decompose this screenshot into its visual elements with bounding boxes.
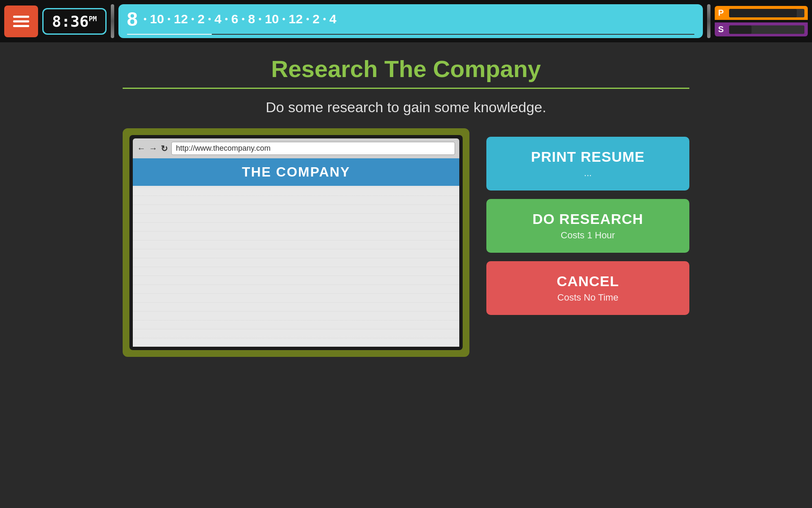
p-stat-row: P bbox=[715, 6, 808, 20]
print-resume-subtitle: ... bbox=[584, 168, 592, 179]
dot: • bbox=[208, 14, 211, 24]
t10: 4 bbox=[329, 12, 337, 26]
s-bar-fill bbox=[729, 25, 752, 34]
dot: • bbox=[323, 14, 326, 24]
do-research-subtitle: Costs 1 Hour bbox=[561, 230, 615, 241]
p-label: P bbox=[718, 8, 727, 18]
subtitle: Do some research to gain some knowledge. bbox=[266, 99, 546, 116]
timeline-progress bbox=[127, 34, 212, 35]
dot: • bbox=[167, 14, 170, 24]
timeline-track bbox=[127, 34, 694, 35]
dot: • bbox=[225, 14, 228, 24]
browser-frame: ← → ↻ http://www.thecompany.com THE COMP… bbox=[129, 135, 463, 350]
t1: 10 bbox=[150, 12, 164, 26]
content-area: ← → ↻ http://www.thecompany.com THE COMP… bbox=[123, 128, 689, 357]
menu-button[interactable] bbox=[4, 6, 38, 37]
top-bar: 8:36PM 8 • 10 • 12 • 2 • 4 • 6 • 8 • 10 … bbox=[0, 0, 812, 42]
timeline: 8 • 10 • 12 • 2 • 4 • 6 • 8 • 10 • 12 • … bbox=[118, 4, 703, 38]
t4: 4 bbox=[214, 12, 222, 26]
t3: 2 bbox=[198, 12, 205, 26]
refresh-button[interactable]: ↻ bbox=[161, 144, 168, 154]
address-bar[interactable]: http://www.thecompany.com bbox=[171, 142, 455, 155]
dot: • bbox=[241, 14, 244, 24]
dot: • bbox=[191, 14, 194, 24]
s-stat-row: S bbox=[715, 22, 808, 36]
back-button[interactable]: ← bbox=[137, 144, 145, 153]
t8: 12 bbox=[289, 12, 303, 26]
cancel-button[interactable]: CANCEL Costs No Time bbox=[486, 261, 689, 315]
p-bar-bg bbox=[729, 9, 804, 17]
main-content: Research The Company Do some research to… bbox=[0, 42, 812, 508]
divider2 bbox=[707, 4, 710, 38]
t6: 8 bbox=[248, 12, 255, 26]
s-bar-bg bbox=[729, 25, 804, 34]
browser-wrapper: ← → ↻ http://www.thecompany.com THE COMP… bbox=[123, 128, 469, 357]
stats-panel: P S bbox=[715, 6, 808, 36]
t9: 2 bbox=[313, 12, 320, 26]
browser-outer: ← → ↻ http://www.thecompany.com THE COMP… bbox=[123, 128, 469, 357]
do-research-title: DO RESEARCH bbox=[532, 211, 643, 227]
clock-period: PM bbox=[89, 15, 97, 23]
timeline-current: 8 bbox=[127, 8, 138, 30]
print-resume-button[interactable]: PRINT RESUME ... bbox=[486, 137, 689, 190]
timeline-numbers: 8 • 10 • 12 • 2 • 4 • 6 • 8 • 10 • 12 • … bbox=[127, 8, 694, 30]
cancel-subtitle: Costs No Time bbox=[557, 292, 618, 303]
divider bbox=[111, 4, 114, 38]
dot: • bbox=[306, 14, 309, 24]
dot: • bbox=[144, 14, 147, 24]
browser-chrome: ← → ↻ http://www.thecompany.com bbox=[133, 138, 459, 158]
page-title: Research The Company bbox=[271, 55, 541, 83]
cancel-title: CANCEL bbox=[557, 273, 619, 290]
forward-button[interactable]: → bbox=[149, 144, 157, 153]
clock-time: 8:36 bbox=[52, 13, 89, 30]
title-underline bbox=[123, 88, 689, 89]
action-buttons: PRINT RESUME ... DO RESEARCH Costs 1 Hou… bbox=[486, 137, 689, 315]
clock-display: 8:36PM bbox=[42, 8, 107, 35]
t5: 6 bbox=[231, 12, 239, 26]
menu-icon bbox=[13, 16, 29, 27]
browser-body bbox=[133, 186, 459, 347]
t7: 10 bbox=[265, 12, 279, 26]
p-bar-fill bbox=[729, 9, 797, 17]
browser-site-title: THE COMPANY bbox=[242, 164, 350, 179]
dot: • bbox=[283, 14, 285, 24]
browser-site-header: THE COMPANY bbox=[133, 158, 459, 186]
do-research-button[interactable]: DO RESEARCH Costs 1 Hour bbox=[486, 199, 689, 253]
s-label: S bbox=[718, 25, 727, 34]
t2: 12 bbox=[174, 12, 188, 26]
dot: • bbox=[258, 14, 261, 24]
print-resume-title: PRINT RESUME bbox=[531, 149, 645, 165]
